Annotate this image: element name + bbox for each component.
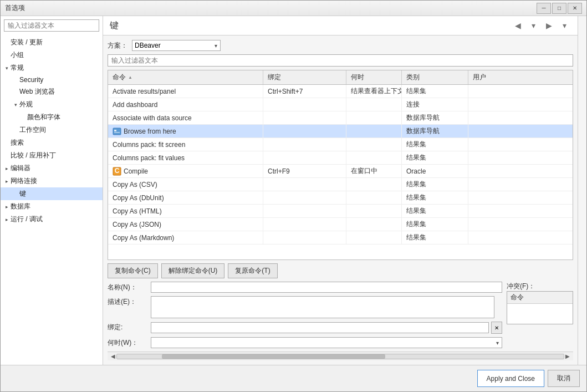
column-category-label: 类别 [406, 73, 420, 82]
forward-button[interactable]: ▶ [542, 19, 555, 32]
column-binding-label: 绑定 [268, 73, 281, 82]
cell-command: Associate with data source [108, 111, 263, 124]
table-row[interactable]: Columns pack: fit screen 结果集 [108, 138, 573, 151]
sidebar-item-label: 工作空间 [19, 125, 46, 135]
commands-table: 命令 ▲ 绑定 何时 类别 用户 [108, 70, 573, 260]
tree-expand-arrow[interactable]: ▸ [3, 165, 11, 172]
scrollbar-track[interactable] [116, 354, 564, 359]
right-scrollbar[interactable] [578, 16, 586, 365]
scroll-right-arrow[interactable]: ▶ [564, 353, 571, 359]
table-filter-input[interactable] [108, 54, 573, 67]
tree-expand-arrow[interactable]: ▸ [3, 203, 11, 211]
desc-row: 描述(E)： [108, 296, 502, 318]
table-row[interactable]: C Compile Ctrl+F9 在窗口中 Oracle [108, 165, 573, 178]
sidebar-item-compare[interactable]: 比较 / 应用补丁 [1, 149, 103, 162]
table-row[interactable]: Activate results/panel Ctrl+Shift+7 结果查看… [108, 85, 573, 98]
sidebar-item-security[interactable]: Security [1, 74, 103, 85]
column-when[interactable]: 何时 [346, 70, 402, 84]
nav-menu-button[interactable]: ▾ [558, 19, 571, 32]
nav-dropdown-button[interactable]: ▾ [527, 19, 540, 32]
sidebar-item-workspace[interactable]: 工作空间 [1, 124, 103, 136]
apply-close-button[interactable]: Apply and Close [477, 370, 544, 387]
cell-user [468, 151, 513, 164]
sidebar-item-label: 颜色和字体 [27, 113, 60, 122]
sidebar-item-network[interactable]: ▸ 网络连接 [1, 175, 103, 187]
binding-input[interactable] [151, 322, 489, 333]
binding-clear-button[interactable]: ✕ [491, 322, 502, 334]
column-command[interactable]: 命令 ▲ [108, 70, 263, 84]
name-input[interactable] [151, 282, 502, 293]
minimize-button[interactable]: ─ [537, 3, 551, 14]
table-row[interactable]: Copy As (Markdown) 结果集 [108, 231, 573, 245]
sidebar-item-label: 常规 [11, 63, 24, 73]
sidebar-item-general[interactable]: ▾ 常规 [1, 62, 103, 74]
tree-arrow [3, 52, 11, 59]
when-select[interactable] [151, 337, 502, 348]
horizontal-scrollbar: ◀ ▶ [108, 352, 573, 360]
table-row[interactable]: Copy As (JSON) 结果集 [108, 218, 573, 231]
column-binding[interactable]: 绑定 [263, 70, 346, 84]
cell-category: 结果集 [402, 191, 468, 204]
cell-binding: Ctrl+Shift+7 [263, 85, 346, 98]
window-controls: ─ □ ✕ [537, 3, 582, 14]
tree-expand-arrow[interactable]: ▾ [12, 101, 19, 109]
form-fields: 名称(N)： 描述(E)： 绑定: ✕ [108, 282, 502, 348]
copy-command-button[interactable]: 复制命令(C) [108, 263, 158, 278]
cell-category: 结果集 [402, 178, 468, 191]
cell-user [468, 125, 513, 138]
sidebar-item-keys[interactable]: 键 [1, 187, 103, 200]
when-label: 何时(W)： [108, 337, 146, 348]
tree-expand-arrow[interactable]: ▸ [3, 177, 11, 185]
cell-command: Columns pack: fit values [108, 151, 263, 164]
column-user[interactable]: 用户 [468, 70, 513, 84]
scheme-select[interactable]: DBeaver [132, 40, 221, 51]
table-row[interactable]: Add dashboard 连接 [108, 98, 573, 111]
column-category[interactable]: 类别 [402, 70, 468, 84]
tree-expand-arrow[interactable]: ▸ [3, 216, 11, 223]
scrollbar-thumb [162, 354, 385, 359]
close-button[interactable]: ✕ [568, 3, 582, 14]
cell-binding [263, 178, 346, 191]
cell-command: Copy As (CSV) [108, 178, 263, 191]
sidebar-item-editors[interactable]: ▸ 编辑器 [1, 162, 103, 175]
scroll-left-arrow[interactable]: ◀ [110, 353, 116, 359]
cell-binding [263, 151, 346, 164]
cell-command: Add dashboard [108, 98, 263, 111]
sidebar-item-appearance[interactable]: ▾ 外观 [1, 98, 103, 111]
cell-when [346, 178, 402, 191]
maximize-button[interactable]: □ [552, 3, 566, 14]
cancel-button[interactable]: 取消 [548, 370, 580, 387]
sidebar-item-web-browser[interactable]: Web 浏览器 [1, 85, 103, 98]
cell-when [346, 125, 402, 138]
sidebar-item-search[interactable]: 搜索 [1, 136, 103, 149]
sidebar-item-install[interactable]: 安装 / 更新 [1, 36, 103, 49]
restore-command-button[interactable]: 复原命令(T) [228, 263, 277, 278]
table-row[interactable]: Browse from here 数据库导航 [108, 125, 573, 138]
cell-user [468, 165, 513, 177]
cell-when [346, 218, 402, 231]
back-button[interactable]: ◀ [511, 19, 524, 32]
table-row[interactable]: Associate with data source 数据库导航 [108, 111, 573, 125]
unbind-command-button[interactable]: 解除绑定命令(U) [161, 263, 225, 278]
main-window: 首选项 ─ □ ✕ 安装 / 更新 小组 [0, 0, 587, 392]
table-row[interactable]: Columns pack: fit values 结果集 [108, 151, 573, 165]
cell-binding [263, 111, 346, 124]
panel-body: 方案： DBeaver 命令 ▲ [103, 35, 578, 365]
tree-expand-arrow[interactable]: ▾ [3, 64, 11, 72]
table-row[interactable]: Copy As (CSV) 结果集 [108, 178, 573, 191]
sidebar-item-database[interactable]: ▸ 数据库 [1, 200, 103, 213]
desc-textarea[interactable] [151, 296, 494, 318]
name-row: 名称(N)： [108, 282, 502, 293]
action-buttons: 复制命令(C) 解除绑定命令(U) 复原命令(T) [108, 263, 573, 278]
sidebar-item-group[interactable]: 小组 [1, 49, 103, 62]
cell-when [346, 138, 402, 151]
footer: Apply and Close 取消 [1, 365, 586, 391]
sidebar-item-run-debug[interactable]: ▸ 运行 / 调试 [1, 213, 103, 226]
binding-input-row: ✕ [151, 322, 502, 334]
sidebar-item-label: 安装 / 更新 [11, 38, 43, 47]
sidebar-item-colors-fonts[interactable]: 颜色和字体 [1, 111, 103, 124]
tree-arrow [12, 76, 19, 84]
sidebar-filter-input[interactable] [4, 19, 99, 32]
table-row[interactable]: Copy As (DbUnit) 结果集 [108, 191, 573, 205]
table-row[interactable]: Copy As (HTML) 结果集 [108, 205, 573, 218]
